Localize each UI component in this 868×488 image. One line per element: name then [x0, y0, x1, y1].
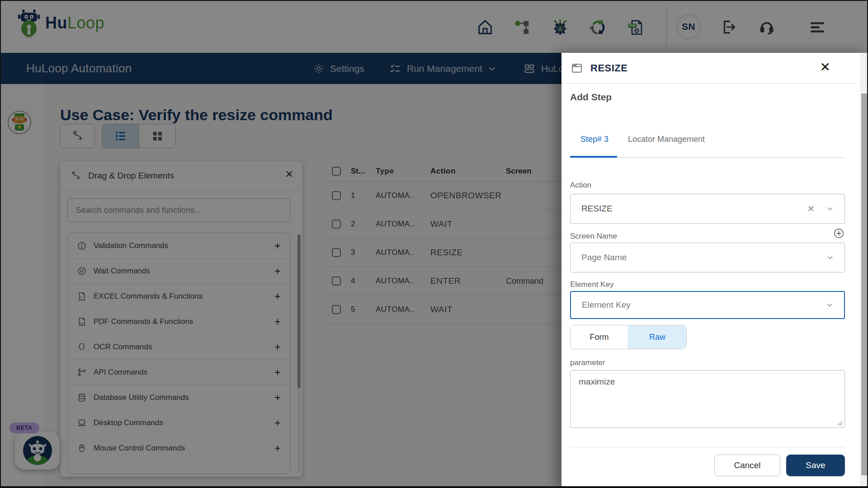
add-step-heading: Add Step: [570, 92, 612, 103]
add-step-drawer: RESIZE ✕ Add Step Step# 3 Locator Manage…: [561, 53, 868, 488]
footer-divider: [570, 447, 845, 447]
chevron-down-icon: [826, 301, 833, 309]
tab-locator-management[interactable]: Locator Management: [628, 129, 705, 150]
raw-mode-button[interactable]: Raw: [628, 325, 686, 349]
action-label: Action: [570, 181, 591, 190]
element-key-select[interactable]: Element Key: [570, 291, 845, 319]
action-select[interactable]: RESIZE ✕: [570, 194, 845, 224]
drawer-header: RESIZE: [561, 53, 857, 84]
window-resize-icon: [571, 62, 583, 75]
screen-name-label: Screen Name: [570, 232, 617, 241]
drawer-title: RESIZE: [590, 62, 627, 74]
element-key-label: Element Key: [570, 280, 613, 289]
plus-circle-icon[interactable]: [833, 227, 845, 239]
element-key-value: Element Key: [582, 300, 826, 310]
parameter-textarea[interactable]: maximize: [570, 370, 845, 428]
screen-name-value: Page Name: [581, 253, 826, 263]
save-button[interactable]: Save: [786, 455, 845, 476]
action-value: RESIZE: [581, 204, 807, 214]
active-tab-indicator: [570, 156, 617, 158]
input-mode-toggle: Form Raw: [570, 325, 687, 349]
drawer-scrollbar-thumb[interactable]: [861, 94, 868, 475]
parameter-label: parameter: [570, 358, 605, 367]
form-mode-button[interactable]: Form: [571, 325, 628, 349]
chevron-down-icon: [826, 205, 834, 212]
drawer-scrollbar[interactable]: [860, 53, 868, 488]
close-icon[interactable]: ✕: [820, 61, 830, 74]
cancel-button[interactable]: Cancel: [714, 455, 780, 476]
chevron-down-icon: [826, 254, 834, 261]
app-window: HuLoop: [0, 0, 868, 488]
tab-step-3[interactable]: Step# 3: [580, 129, 609, 150]
clear-icon[interactable]: ✕: [807, 203, 815, 214]
screen-name-select[interactable]: Page Name: [570, 243, 845, 272]
